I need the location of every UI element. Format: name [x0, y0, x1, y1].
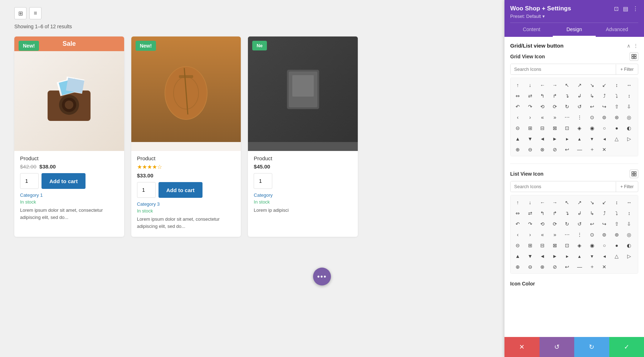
icon-cell[interactable]: ↖	[562, 197, 572, 207]
icon-cell[interactable]: ↕	[612, 80, 622, 90]
icon-cell[interactable]: ▴	[575, 134, 585, 144]
icon-cell[interactable]: ↶	[513, 219, 523, 229]
icon-cell[interactable]: ↘	[587, 80, 597, 90]
icon-cell[interactable]: ▼	[525, 251, 535, 261]
icon-cell[interactable]: ↓	[525, 197, 535, 207]
icon-cell[interactable]: ↑	[513, 197, 523, 207]
tab-advanced[interactable]: Advanced	[596, 23, 638, 37]
icon-cell[interactable]: ▸	[562, 134, 572, 144]
icon-cell[interactable]: ⇩	[624, 102, 634, 112]
icon-cell[interactable]: ↑	[513, 80, 523, 90]
icon-cell[interactable]: ⇄	[525, 91, 535, 101]
icon-cell[interactable]: ⋯	[562, 230, 572, 240]
icon-cell[interactable]: ⟳	[550, 219, 560, 229]
icon-cell[interactable]: ⊕	[513, 145, 523, 155]
icon-cell[interactable]: ●	[612, 240, 622, 250]
icon-cell[interactable]: ↙	[599, 80, 609, 90]
icon-cell[interactable]: ↰	[537, 91, 547, 101]
save-btn[interactable]: ✓	[609, 337, 644, 357]
responsive-icon[interactable]: ⊡	[614, 5, 619, 12]
icon-cell[interactable]: ↲	[575, 208, 585, 218]
icon-cell[interactable]: ↪	[599, 102, 609, 112]
tab-content[interactable]: Content	[510, 23, 553, 37]
icon-cell[interactable]: ↴	[562, 208, 572, 218]
undo-btn[interactable]: ↺	[540, 337, 575, 357]
icon-cell[interactable]: ⊠	[550, 240, 560, 250]
icon-cell[interactable]: ↰	[537, 208, 547, 218]
icon-cell[interactable]: ◈	[575, 240, 585, 250]
icon-cell[interactable]: ↳	[587, 208, 597, 218]
category-link-2[interactable]: Category 3	[131, 201, 241, 207]
icon-cell[interactable]: ⇔	[513, 91, 523, 101]
icon-cell[interactable]: ▾	[587, 251, 597, 261]
icon-cell[interactable]: ○	[599, 123, 609, 133]
icon-cell[interactable]: ⇧	[612, 219, 622, 229]
tab-design[interactable]: Design	[553, 23, 595, 37]
icon-cell[interactable]: ◄	[537, 134, 547, 144]
more-icon[interactable]: ⋮	[633, 5, 638, 12]
icon-cell[interactable]: ⊙	[587, 230, 597, 240]
icon-cell[interactable]: ⤵	[612, 208, 622, 218]
icon-cell[interactable]: ‹	[513, 230, 523, 240]
delete-btn[interactable]: ✕	[504, 337, 540, 357]
icon-cell[interactable]: ◐	[624, 123, 634, 133]
list-icon-filter-btn[interactable]: + Filter	[616, 182, 638, 192]
icon-cell[interactable]: ⇩	[624, 219, 634, 229]
icon-cell[interactable]: ⊖	[525, 145, 535, 155]
section-more-btn[interactable]: ⋮	[633, 43, 638, 49]
icon-cell[interactable]: ⊙	[587, 112, 597, 122]
icon-cell[interactable]: —	[575, 145, 585, 155]
icon-cell[interactable]: ←	[537, 197, 547, 207]
icon-cell[interactable]: ↩	[562, 262, 572, 272]
category-link-3[interactable]: Category	[248, 192, 358, 198]
panel-preset[interactable]: Preset: Default ▾	[510, 14, 638, 19]
fab-button[interactable]: •••	[313, 268, 331, 285]
icon-cell[interactable]: ▸	[562, 251, 572, 261]
icon-cell[interactable]: ⊕	[513, 262, 523, 272]
icon-cell[interactable]: ↷	[525, 219, 535, 229]
icon-cell[interactable]: ↻	[562, 219, 572, 229]
icon-cell[interactable]: ›	[525, 112, 535, 122]
collapse-btn[interactable]: ∧	[627, 43, 630, 49]
icon-cell[interactable]: ⊛	[612, 112, 622, 122]
icon-cell[interactable]: △	[612, 251, 622, 261]
icon-cell[interactable]: ↩	[587, 102, 597, 112]
icon-cell[interactable]: ⊡	[562, 123, 572, 133]
icon-cell[interactable]: ✕	[599, 145, 609, 155]
icon-cell[interactable]: ⊚	[599, 112, 609, 122]
icon-cell[interactable]: ↱	[550, 208, 560, 218]
icon-cell[interactable]: ←	[537, 80, 547, 90]
icon-cell[interactable]: ⊞	[525, 123, 535, 133]
grid-icon-target[interactable]	[630, 52, 638, 61]
qty-input-1[interactable]	[20, 173, 39, 189]
icon-cell[interactable]: ⊛	[612, 230, 622, 240]
icon-cell[interactable]: ⊘	[550, 145, 560, 155]
icon-cell[interactable]: ＋	[587, 262, 597, 272]
icon-cell[interactable]: ↔	[624, 80, 634, 90]
list-icon-search[interactable]	[511, 181, 616, 192]
icon-cell[interactable]: ⤵	[612, 91, 622, 101]
icon-cell[interactable]: ✕	[599, 262, 609, 272]
icon-cell[interactable]: ↶	[513, 102, 523, 112]
icon-cell[interactable]: ⤴	[599, 91, 609, 101]
icon-cell[interactable]: ►	[550, 251, 560, 261]
list-view-btn[interactable]: ≡	[29, 7, 42, 19]
icon-cell[interactable]: ◄	[537, 251, 547, 261]
icon-cell[interactable]: ⊘	[550, 262, 560, 272]
icon-cell[interactable]: ▲	[513, 134, 523, 144]
icon-cell[interactable]: ⇔	[513, 208, 523, 218]
icon-cell[interactable]: ‹	[513, 112, 523, 122]
icon-cell[interactable]: ⤴	[599, 208, 609, 218]
icon-cell[interactable]: ⊞	[525, 240, 535, 250]
icon-cell[interactable]: ↲	[575, 91, 585, 101]
icon-cell[interactable]: ◎	[624, 112, 634, 122]
icon-cell[interactable]: ▲	[513, 251, 523, 261]
icon-cell[interactable]: «	[537, 230, 547, 240]
icon-cell[interactable]: ⟲	[537, 219, 547, 229]
icon-cell[interactable]: ↱	[550, 91, 560, 101]
icon-cell[interactable]: ▴	[575, 251, 585, 261]
icon-cell[interactable]: →	[550, 197, 560, 207]
icon-cell[interactable]: ◉	[587, 123, 597, 133]
icon-cell[interactable]: ↔	[624, 197, 634, 207]
icon-cell[interactable]: ◉	[587, 240, 597, 250]
